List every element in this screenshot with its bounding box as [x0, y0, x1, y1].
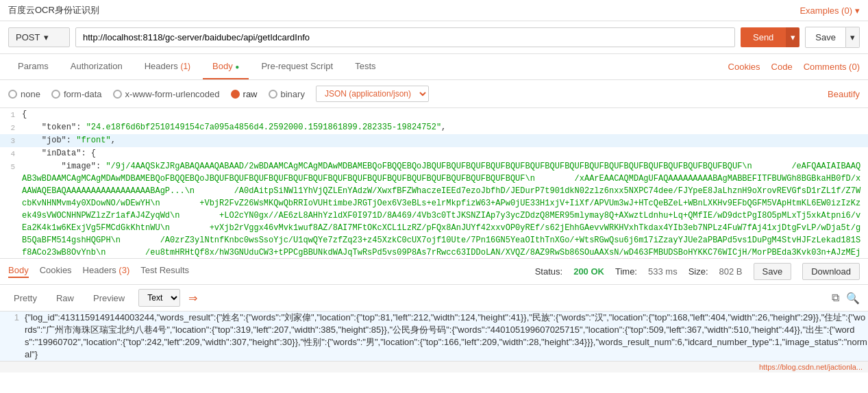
footer-bar: https://blog.csdn.net/jactionla... — [0, 361, 868, 372]
code-line: 3 "job": "front", — [0, 134, 868, 147]
bottom-tabs-bar: Body Cookies Headers (3) Test Results St… — [0, 259, 868, 285]
chevron-down-icon: ▾ — [855, 5, 860, 16]
status-value: 200 OK — [573, 266, 604, 277]
code-line: 5 "image": "/9j/4AAQSkZJRgABAQAAAQABAAD/… — [0, 160, 868, 259]
bottom-tab-body[interactable]: Body — [8, 265, 29, 278]
size-value: 802 B — [719, 266, 743, 277]
copy-icon[interactable]: ⧉ — [832, 292, 839, 304]
format-arrow-icon: ⇒ — [188, 292, 197, 305]
time-label: Time: — [615, 266, 637, 277]
beautify-button[interactable]: Beautify — [828, 89, 860, 99]
send-button[interactable]: Send — [741, 27, 786, 47]
time-value: 533 ms — [648, 266, 678, 277]
response-download-button[interactable]: Download — [802, 263, 860, 280]
bottom-tab-cookies[interactable]: Cookies — [40, 265, 72, 278]
tab-pre-request-script[interactable]: Pre-request Script — [251, 54, 343, 79]
body-type-raw[interactable]: raw — [231, 89, 258, 99]
send-dropdown-button[interactable]: ▾ — [786, 27, 799, 47]
radio-none — [8, 90, 17, 99]
radio-raw — [231, 90, 240, 99]
code-line: 4 "inData": { — [0, 147, 868, 160]
radio-form-data — [51, 90, 60, 99]
headers-count-badge: (3) — [119, 265, 129, 275]
view-raw-button[interactable]: Raw — [51, 290, 79, 306]
method-select[interactable]: POST ▾ — [8, 27, 70, 47]
response-format-select[interactable]: Text — [138, 289, 180, 307]
radio-urlencoded — [113, 90, 122, 99]
url-input[interactable] — [75, 27, 735, 47]
footer-link[interactable]: https://blog.csdn.net/jactionla... — [759, 363, 863, 371]
code-editor[interactable]: 1 { 2 "token": "24.e18f6d6bf2510149154c7… — [0, 108, 868, 259]
code-link[interactable]: Code — [771, 62, 793, 72]
body-type-binary[interactable]: binary — [269, 89, 305, 99]
status-info: Status: 200 OK Time: 533 ms Size: 802 B … — [535, 263, 860, 280]
body-type-form-data[interactable]: form-data — [51, 89, 102, 99]
main-tabs: Params Authorization Headers (1) Body ● … — [0, 54, 868, 80]
examples-label: Examples (0) — [799, 5, 852, 16]
bottom-tab-test-results[interactable]: Test Results — [140, 265, 189, 278]
save-dropdown-button[interactable]: ▾ — [846, 27, 860, 48]
comments-link[interactable]: Comments (0) — [804, 62, 860, 72]
body-type-none[interactable]: none — [8, 89, 40, 99]
view-pretty-button[interactable]: Pretty — [8, 290, 42, 306]
response-icons: ⧉ 🔍 — [832, 292, 860, 305]
url-bar: POST ▾ Send ▾ Save ▾ — [0, 21, 868, 54]
tab-tests[interactable]: Tests — [345, 54, 385, 79]
bottom-tab-headers[interactable]: Headers (3) — [83, 265, 130, 278]
tab-body[interactable]: Body ● — [203, 54, 249, 79]
response-line-num: 1 — [0, 312, 19, 361]
app-title: 百度云OCR身份证识别 — [8, 4, 99, 16]
body-type-bar: none form-data x-www-form-urlencoded raw… — [0, 80, 868, 108]
tab-headers[interactable]: Headers (1) — [135, 54, 200, 79]
code-line: 2 "token": "24.e18f6d6bf2510149154c7a095… — [0, 121, 868, 134]
status-label: Status: — [535, 266, 562, 277]
examples-button[interactable]: Examples (0) ▾ — [799, 5, 860, 16]
view-preview-button[interactable]: Preview — [88, 290, 130, 306]
headers-badge: (1) — [180, 62, 190, 71]
tab-params[interactable]: Params — [8, 54, 58, 79]
cookies-link[interactable]: Cookies — [728, 62, 760, 72]
search-icon[interactable]: 🔍 — [846, 292, 860, 305]
size-label: Size: — [689, 266, 708, 277]
response-text: {"log_id":4131159149144003244,"words_res… — [25, 312, 868, 361]
response-save-button[interactable]: Save — [754, 263, 792, 280]
top-bar: 百度云OCR身份证识别 Examples (0) ▾ — [0, 0, 868, 21]
tab-authorization[interactable]: Authorization — [61, 54, 132, 79]
json-type-select[interactable]: JSON (application/json) — [316, 86, 429, 102]
response-view-bar: Pretty Raw Preview Text ⇒ ⧉ 🔍 — [0, 285, 868, 312]
chevron-down-icon: ▾ — [44, 32, 49, 42]
body-type-urlencoded[interactable]: x-www-form-urlencoded — [113, 89, 220, 99]
response-content-area: 1 {"log_id":4131159149144003244,"words_r… — [0, 312, 868, 361]
method-label: POST — [16, 32, 40, 42]
save-button[interactable]: Save — [805, 27, 846, 48]
radio-binary — [269, 90, 277, 99]
code-line: 1 { — [0, 108, 868, 121]
